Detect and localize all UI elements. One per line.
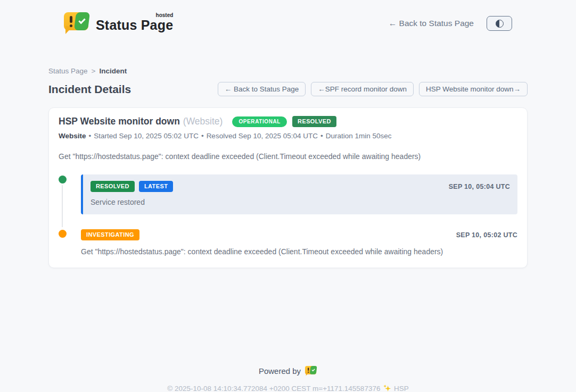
resolved-state-badge: RESOLVED — [292, 116, 336, 127]
timeline-entry-resolved: RESOLVED LATEST SEP 10, 05:04 UTC Servic… — [59, 174, 517, 214]
header: hosted Status Page ← Back to Status Page — [0, 0, 576, 39]
title-row: Incident Details ← Back to Status Page ←… — [48, 82, 528, 96]
logo-hosted-superscript: hosted — [156, 12, 174, 18]
timeline-entry-badges: RESOLVED LATEST — [90, 181, 173, 192]
incident-timeline: RESOLVED LATEST SEP 10, 05:04 UTC Servic… — [59, 174, 517, 256]
timeline-message: Service restored — [90, 198, 510, 206]
timeline-resolved-badge: RESOLVED — [90, 181, 135, 192]
breadcrumb-incident: Incident — [99, 67, 127, 75]
meta-started: Started Sep 10, 2025 05:02 UTC — [94, 132, 199, 140]
main-content: Status Page>Incident Incident Details ← … — [48, 67, 528, 268]
copyright-brand: HSP — [394, 385, 409, 392]
meta-duration: Duration 1min 50sec — [326, 132, 392, 140]
breadcrumb: Status Page>Incident — [48, 67, 528, 75]
back-to-status-page-link[interactable]: ← Back to Status Page — [389, 19, 474, 28]
timeline-entry-box: INVESTIGATING SEP 10, 05:02 UTC Get "htt… — [81, 229, 517, 256]
header-right: ← Back to Status Page — [389, 16, 512, 31]
timeline-investigating-badge: INVESTIGATING — [81, 229, 139, 240]
operational-status-badge: OPERATIONAL — [232, 116, 287, 127]
timeline-latest-badge: LATEST — [139, 181, 173, 192]
timeline-entry-box-latest: RESOLVED LATEST SEP 10, 05:04 UTC Servic… — [81, 174, 517, 214]
incident-meta: Website•Started Sep 10, 2025 05:02 UTC•R… — [59, 132, 517, 140]
incident-title-row: HSP Website monitor down (Website) OPERA… — [59, 116, 517, 127]
logo-text: Status Page — [96, 18, 173, 32]
back-to-status-page-button[interactable]: ← Back to Status Page — [218, 82, 306, 96]
timeline-entry-head: INVESTIGATING SEP 10, 05:02 UTC — [81, 229, 517, 240]
exclamation-icon — [70, 16, 72, 23]
meta-separator: • — [320, 132, 323, 140]
timeline-timestamp: SEP 10, 05:02 UTC — [456, 231, 517, 239]
breadcrumb-separator: > — [92, 67, 96, 75]
meta-separator: • — [89, 132, 92, 140]
copyright-line: © 2025-10-08 14:10:34.772084 +0200 CEST … — [0, 385, 576, 392]
incident-card: HSP Website monitor down (Website) OPERA… — [48, 107, 528, 268]
exclamation-dot-icon — [70, 24, 72, 27]
logo-text-wrap: hosted Status Page — [96, 12, 173, 33]
incident-nav-buttons: ← Back to Status Page ←SPF record monito… — [218, 82, 528, 96]
theme-toggle-button[interactable] — [487, 16, 512, 31]
timeline-message: Get "https://hostedstatus.page": context… — [81, 247, 517, 256]
footer: Powered by © 2025-10-08 14:10:34.772084 … — [0, 365, 576, 392]
sparkles-icon — [383, 385, 391, 392]
timeline-dot-resolved — [59, 176, 67, 184]
copyright-text: © 2025-10-08 14:10:34.772084 +0200 CEST … — [167, 385, 380, 392]
meta-component: Website — [59, 132, 86, 140]
timeline-dot-investigating — [59, 230, 67, 238]
hsp-logo-icon[interactable] — [305, 365, 317, 377]
app-logo[interactable]: hosted Status Page — [64, 12, 173, 35]
powered-by: Powered by — [0, 365, 576, 377]
timeline-timestamp: SEP 10, 05:04 UTC — [449, 183, 510, 190]
contrast-icon — [496, 20, 504, 28]
timeline-entry-investigating: INVESTIGATING SEP 10, 05:02 UTC Get "htt… — [59, 229, 517, 256]
powered-by-label: Powered by — [259, 366, 301, 376]
breadcrumb-status-page[interactable]: Status Page — [48, 67, 88, 75]
status-page-logo-icon — [64, 12, 89, 35]
previous-incident-button[interactable]: ←SPF record monitor down — [311, 82, 414, 96]
incident-title: HSP Website monitor down — [59, 116, 180, 127]
incident-component-label: (Website) — [183, 116, 223, 127]
timeline-entry-head: RESOLVED LATEST SEP 10, 05:04 UTC — [90, 181, 510, 192]
incident-description: Get "https://hostedstatus.page": context… — [59, 152, 517, 161]
page-title: Incident Details — [48, 83, 131, 96]
next-incident-button[interactable]: HSP Website monitor down→ — [419, 82, 528, 96]
meta-resolved: Resolved Sep 10, 2025 05:04 UTC — [207, 132, 318, 140]
meta-separator: • — [201, 132, 204, 140]
